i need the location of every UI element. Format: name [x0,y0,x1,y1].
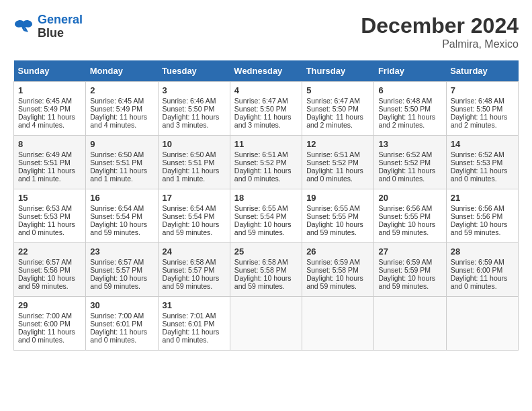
sunrise: Sunrise: 6:47 AM [306,97,360,105]
day-number: 6 [378,85,441,95]
sunset: Sunset: 5:52 PM [234,158,287,167]
sunrise: Sunrise: 6:58 AM [234,258,288,266]
calendar-week-row: 8 Sunrise: 6:49 AM Sunset: 5:51 PM Dayli… [14,136,519,189]
calendar-cell: 27 Sunrise: 6:59 AM Sunset: 5:59 PM Dayl… [374,243,446,297]
daylight: Daylight: 10 hours and 59 minutes. [451,220,508,236]
daylight: Daylight: 11 hours and 2 minutes. [451,113,508,129]
daylight: Daylight: 11 hours and 0 minutes. [451,274,508,290]
calendar-cell: 29 Sunrise: 7:00 AM Sunset: 6:00 PM Dayl… [14,297,86,351]
calendar-cell [230,297,302,351]
calendar-cell: 2 Sunrise: 6:45 AM Sunset: 5:49 PM Dayli… [86,82,158,136]
calendar-cell: 8 Sunrise: 6:49 AM Sunset: 5:51 PM Dayli… [14,136,86,189]
sunrise: Sunrise: 6:50 AM [90,150,144,158]
daylight: Daylight: 11 hours and 0 minutes. [306,167,363,183]
sunrise: Sunrise: 6:45 AM [18,97,72,105]
sunrise: Sunrise: 6:58 AM [163,258,216,266]
day-number: 15 [18,193,81,203]
day-number: 11 [234,139,298,149]
day-number: 12 [306,139,369,149]
month-title: December 2024 [361,13,519,38]
sunrise: Sunrise: 6:53 AM [18,204,72,212]
daylight: Daylight: 11 hours and 0 minutes. [234,167,292,183]
sunrise: Sunrise: 6:54 AM [163,204,216,212]
sunset: Sunset: 5:49 PM [18,105,71,113]
calendar-cell: 6 Sunrise: 6:48 AM Sunset: 5:50 PM Dayli… [374,82,446,136]
daylight: Daylight: 10 hours and 59 minutes. [234,274,292,290]
daylight: Daylight: 11 hours and 0 minutes. [378,167,435,183]
sunrise: Sunrise: 6:59 AM [378,258,432,266]
day-number: 19 [306,193,369,203]
daylight: Daylight: 11 hours and 2 minutes. [378,113,435,129]
daylight: Daylight: 10 hours and 59 minutes. [234,220,292,236]
sunrise: Sunrise: 6:47 AM [234,97,288,105]
calendar-cell: 7 Sunrise: 6:48 AM Sunset: 5:50 PM Dayli… [446,82,518,136]
sunset: Sunset: 6:00 PM [18,320,71,328]
calendar-cell: 4 Sunrise: 6:47 AM Sunset: 5:50 PM Dayli… [230,82,302,136]
sunrise: Sunrise: 6:57 AM [90,258,144,266]
sunrise: Sunrise: 6:52 AM [378,150,432,158]
logo-icon [13,19,34,35]
page-header: GeneralBlue December 2024 Palmira, Mexic… [13,13,519,50]
sunset: Sunset: 5:56 PM [451,212,503,220]
sunrise: Sunrise: 6:55 AM [306,204,360,212]
calendar-cell: 30 Sunrise: 7:00 AM Sunset: 6:01 PM Dayl… [86,297,158,351]
calendar-week-row: 1 Sunrise: 6:45 AM Sunset: 5:49 PM Dayli… [14,82,519,136]
sunrise: Sunrise: 6:56 AM [378,204,432,212]
calendar-cell: 11 Sunrise: 6:51 AM Sunset: 5:52 PM Dayl… [230,136,302,189]
day-number: 16 [90,193,153,203]
day-number: 9 [90,139,153,149]
sunrise: Sunrise: 6:46 AM [163,97,216,105]
day-number: 29 [18,300,81,310]
day-number: 14 [451,139,514,149]
calendar-cell: 9 Sunrise: 6:50 AM Sunset: 5:51 PM Dayli… [86,136,158,189]
sunset: Sunset: 5:50 PM [234,105,287,113]
sunset: Sunset: 5:52 PM [306,158,359,167]
sunset: Sunset: 5:55 PM [378,212,431,220]
calendar-cell: 16 Sunrise: 6:54 AM Sunset: 5:54 PM Dayl… [86,189,158,243]
sunset: Sunset: 5:59 PM [378,266,431,274]
sunrise: Sunrise: 6:50 AM [163,150,216,158]
day-number: 8 [18,139,81,149]
calendar-cell: 17 Sunrise: 6:54 AM Sunset: 5:54 PM Dayl… [158,189,230,243]
sunset: Sunset: 5:53 PM [18,212,71,220]
day-number: 31 [163,300,226,310]
calendar-cell [302,297,374,351]
day-number: 4 [234,85,298,95]
sunset: Sunset: 5:56 PM [18,266,71,274]
day-number: 20 [378,193,441,203]
sunset: Sunset: 5:52 PM [378,158,431,167]
calendar-week-row: 29 Sunrise: 7:00 AM Sunset: 6:00 PM Dayl… [14,297,519,351]
sunrise: Sunrise: 6:48 AM [451,97,504,105]
day-number: 13 [378,139,441,149]
daylight: Daylight: 10 hours and 59 minutes. [90,274,147,290]
sunset: Sunset: 5:58 PM [234,266,287,274]
day-number: 24 [163,246,226,257]
calendar-cell: 10 Sunrise: 6:50 AM Sunset: 5:51 PM Dayl… [158,136,230,189]
day-number: 21 [451,193,514,203]
daylight: Daylight: 11 hours and 1 minute. [18,167,75,183]
daylight: Daylight: 10 hours and 59 minutes. [90,220,147,236]
sunset: Sunset: 5:50 PM [306,105,359,113]
calendar-cell [374,297,446,351]
calendar-cell: 13 Sunrise: 6:52 AM Sunset: 5:52 PM Dayl… [374,136,446,189]
weekday-header-saturday: Saturday [446,60,518,82]
sunset: Sunset: 5:57 PM [90,266,142,274]
sunset: Sunset: 5:57 PM [163,266,215,274]
weekday-header-tuesday: Tuesday [158,60,230,82]
sunset: Sunset: 6:00 PM [451,266,503,274]
calendar-cell: 31 Sunrise: 7:01 AM Sunset: 6:01 PM Dayl… [158,297,230,351]
day-number: 3 [163,85,226,95]
sunrise: Sunrise: 7:01 AM [163,312,216,320]
location: Palmira, Mexico [361,38,519,50]
sunset: Sunset: 5:51 PM [18,158,71,167]
daylight: Daylight: 11 hours and 3 minutes. [234,113,292,129]
sunrise: Sunrise: 6:59 AM [306,258,360,266]
sunset: Sunset: 5:50 PM [378,105,431,113]
sunset: Sunset: 6:01 PM [163,320,215,328]
sunrise: Sunrise: 6:54 AM [90,204,144,212]
sunset: Sunset: 5:55 PM [306,212,359,220]
calendar-cell: 14 Sunrise: 6:52 AM Sunset: 5:53 PM Dayl… [446,136,518,189]
day-number: 27 [378,246,441,257]
sunrise: Sunrise: 6:49 AM [18,150,72,158]
day-number: 22 [18,246,81,257]
